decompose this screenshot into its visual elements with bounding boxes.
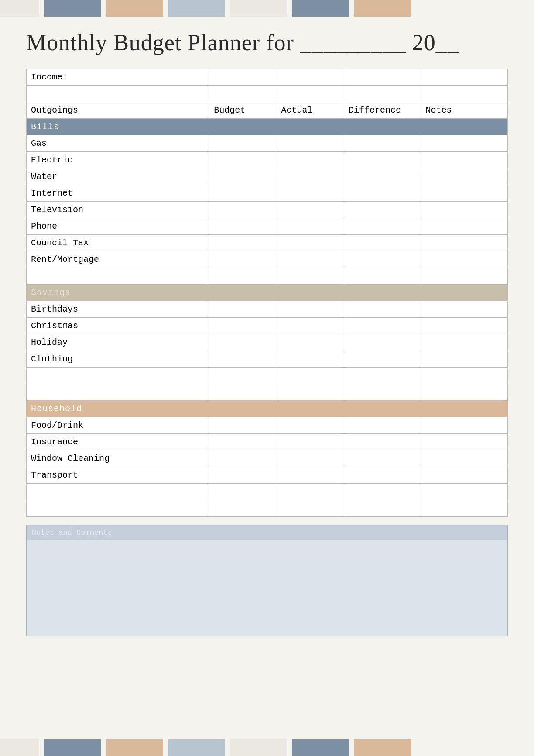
- rent-actual: [277, 251, 344, 268]
- item-phone: Phone: [27, 218, 209, 235]
- table-row: Window Cleaning: [27, 450, 508, 467]
- item-electric: Electric: [27, 152, 209, 168]
- window-budget: [209, 450, 277, 467]
- water-notes: [421, 168, 508, 185]
- strip-block: [44, 0, 101, 17]
- internet-diff: [344, 185, 421, 202]
- budget-table: Income: Outgoings Budget Actual Differen…: [26, 69, 508, 517]
- income-budget-cell: [209, 69, 277, 86]
- item-rent-mortgage: Rent/Mortgage: [27, 251, 209, 268]
- strip-gap: [287, 0, 292, 17]
- council-diff: [344, 235, 421, 251]
- christmas-budget: [209, 318, 277, 334]
- gas-actual: [277, 135, 344, 152]
- food-diff: [344, 417, 421, 434]
- rent-diff: [344, 251, 421, 268]
- water-budget: [209, 168, 277, 185]
- tv-diff: [344, 202, 421, 218]
- income-actual-cell: [277, 69, 344, 86]
- item-internet: Internet: [27, 185, 209, 202]
- table-row: Rent/Mortgage: [27, 251, 508, 268]
- food-budget: [209, 417, 277, 434]
- item-food-drink: Food/Drink: [27, 417, 209, 434]
- holiday-notes: [421, 334, 508, 351]
- internet-actual: [277, 185, 344, 202]
- table-row: Clothing: [27, 351, 508, 368]
- christmas-notes: [421, 318, 508, 334]
- col-header-actual: Actual: [277, 102, 344, 119]
- electric-actual: [277, 152, 344, 168]
- col-header-difference: Difference: [344, 102, 421, 119]
- table-row: Phone: [27, 218, 508, 235]
- tv-notes: [421, 202, 508, 218]
- top-color-strip: [0, 0, 534, 17]
- birthdays-actual: [277, 301, 344, 318]
- tv-budget: [209, 202, 277, 218]
- strip-block: [0, 739, 39, 756]
- strip-gap: [287, 739, 292, 756]
- strip-gap: [101, 739, 106, 756]
- item-window-cleaning: Window Cleaning: [27, 450, 209, 467]
- strip-block: [354, 739, 411, 756]
- household-label: Household: [27, 401, 508, 417]
- water-diff: [344, 168, 421, 185]
- strip-gap: [225, 0, 230, 17]
- col-header-notes: Notes: [421, 102, 508, 119]
- strip-gap: [225, 739, 230, 756]
- rent-notes: [421, 251, 508, 268]
- food-notes: [421, 417, 508, 434]
- christmas-actual: [277, 318, 344, 334]
- internet-budget: [209, 185, 277, 202]
- item-transport: Transport: [27, 467, 209, 484]
- strip-gap: [39, 739, 44, 756]
- strip-gap: [39, 0, 44, 17]
- water-actual: [277, 168, 344, 185]
- strip-block: [230, 739, 287, 756]
- transport-diff: [344, 467, 421, 484]
- col-header-budget: Budget: [209, 102, 277, 119]
- insurance-diff: [344, 434, 421, 450]
- table-row: Holiday: [27, 334, 508, 351]
- transport-budget: [209, 467, 277, 484]
- rent-budget: [209, 251, 277, 268]
- window-notes: [421, 450, 508, 467]
- table-row: Internet: [27, 185, 508, 202]
- table-row: Transport: [27, 467, 508, 484]
- electric-diff: [344, 152, 421, 168]
- strip-block: [106, 0, 163, 17]
- holiday-budget: [209, 334, 277, 351]
- holiday-diff: [344, 334, 421, 351]
- strip-block: [106, 739, 163, 756]
- gas-diff: [344, 135, 421, 152]
- clothing-actual: [277, 351, 344, 368]
- item-water: Water: [27, 168, 209, 185]
- page-title: Monthly Budget Planner for _________ 20_…: [26, 30, 508, 55]
- strip-block: [292, 739, 349, 756]
- window-diff: [344, 450, 421, 467]
- tv-actual: [277, 202, 344, 218]
- outgoings-header-row: Outgoings Budget Actual Difference Notes: [27, 102, 508, 119]
- bottom-color-strip: [0, 739, 534, 756]
- christmas-diff: [344, 318, 421, 334]
- strip-block: [354, 0, 411, 17]
- phone-notes: [421, 218, 508, 235]
- phone-budget: [209, 218, 277, 235]
- notes-body: [27, 540, 507, 636]
- spacer-row: [27, 86, 508, 102]
- strip-end: [411, 739, 534, 756]
- insurance-budget: [209, 434, 277, 450]
- birthdays-budget: [209, 301, 277, 318]
- savings-label: Savings: [27, 285, 508, 301]
- income-notes-cell: [421, 69, 508, 86]
- insurance-notes: [421, 434, 508, 450]
- electric-notes: [421, 152, 508, 168]
- table-row: Water: [27, 168, 508, 185]
- strip-block: [168, 0, 225, 17]
- birthdays-diff: [344, 301, 421, 318]
- spacer-row: [27, 368, 508, 384]
- strip-block: [230, 0, 287, 17]
- notes-header: Notes and Comments: [27, 525, 507, 540]
- strip-block: [292, 0, 349, 17]
- income-row: Income:: [27, 69, 508, 86]
- strip-block: [44, 739, 101, 756]
